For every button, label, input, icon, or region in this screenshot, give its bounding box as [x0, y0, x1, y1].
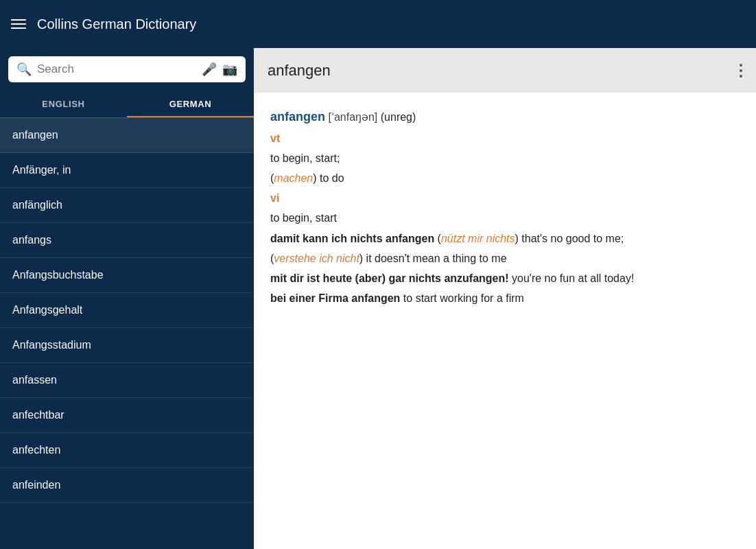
app-title: Collins German Dictionary: [37, 16, 196, 32]
word-item[interactable]: Anfangsbuchstabe: [0, 258, 254, 293]
camera-icon[interactable]: 📷: [222, 62, 237, 77]
entry-pos-vt: vt: [270, 132, 280, 144]
tabs: ENGLISH GERMAN: [0, 91, 254, 118]
search-bar: 🔍 🎤 📷: [8, 56, 246, 82]
entry-header-word: anfangen: [268, 62, 331, 80]
main-layout: 🔍 🎤 📷 ENGLISH GERMAN anfangenAnfänger, i…: [0, 48, 756, 549]
entry-line2-rest: to do: [317, 172, 344, 184]
entry-phonetic-text: [ˈanfaŋən]: [328, 111, 377, 123]
entry-pos-vi: vi: [270, 192, 279, 204]
entry-example3-rest: you're no fun at all today!: [512, 272, 634, 284]
word-item[interactable]: anfangen: [0, 118, 254, 153]
voice-icon[interactable]: 🎤: [202, 62, 217, 77]
entry-grammar-text: (unreg): [381, 111, 416, 123]
entry-header: anfangen: [254, 48, 756, 93]
word-item[interactable]: Anfangsgehalt: [0, 293, 254, 328]
search-input[interactable]: [37, 62, 196, 76]
entry-nützt: nützt mir nichts: [441, 233, 515, 244]
tab-english[interactable]: ENGLISH: [0, 91, 127, 117]
search-icon: 🔍: [16, 62, 32, 77]
entry-line3: to begin, start: [270, 212, 337, 224]
word-item[interactable]: anfassen: [0, 363, 254, 398]
more-button[interactable]: [740, 64, 742, 78]
app-header: Collins German Dictionary: [0, 0, 756, 48]
word-item[interactable]: anfechten: [0, 433, 254, 468]
left-panel: 🔍 🎤 📷 ENGLISH GERMAN anfangenAnfänger, i…: [0, 48, 254, 549]
entry-verstehe: verstehe ich nicht: [274, 253, 359, 264]
word-item[interactable]: Anfangsstadium: [0, 328, 254, 363]
entry-content: anfangen [ˈanfaŋən] (unreg) vt to begin,…: [254, 93, 756, 549]
word-item[interactable]: anfangs: [0, 223, 254, 258]
word-item[interactable]: anfechtbar: [0, 398, 254, 433]
word-item[interactable]: anfeinden: [0, 468, 254, 503]
entry-example1-rest: that's no good to me;: [519, 233, 624, 244]
word-item[interactable]: Anfänger, in: [0, 153, 254, 188]
entry-line1: to begin, start;: [270, 152, 340, 164]
entry-machen: machen: [274, 172, 313, 184]
word-list: anfangenAnfänger, inanfänglichanfangsAnf…: [0, 118, 254, 549]
right-panel: anfangen anfangen [ˈanfaŋən] (unreg) vt …: [254, 48, 756, 549]
entry-example2-rest: it doesn't mean a thing to me: [363, 253, 506, 264]
entry-example1-bold: damit kann ich nichts anfangen: [270, 233, 434, 244]
entry-example4-bold: bei einer Firma anfangen: [270, 292, 400, 304]
menu-button[interactable]: [11, 19, 26, 29]
entry-example3-bold: mit dir ist heute (aber) gar nichts anzu…: [270, 272, 509, 284]
tab-german[interactable]: GERMAN: [127, 91, 254, 117]
entry-headword: anfangen: [270, 110, 325, 124]
entry-example4-rest: to start working for a firm: [403, 292, 524, 304]
word-item[interactable]: anfänglich: [0, 188, 254, 223]
